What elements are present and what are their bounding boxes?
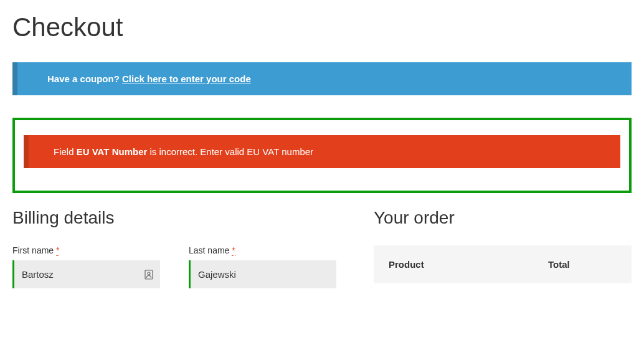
svg-point-1: [148, 272, 150, 275]
error-highlight-box: Field EU VAT Number is incorrect. Enter …: [12, 118, 632, 193]
last-name-field[interactable]: [191, 260, 336, 288]
last-name-group: Last name *: [189, 245, 336, 288]
page-title: Checkout: [12, 12, 632, 42]
order-header-total: Total: [548, 259, 617, 270]
last-name-label-text: Last name: [189, 245, 229, 255]
coupon-prompt: Have a coupon?: [47, 73, 120, 84]
error-notice: Field EU VAT Number is incorrect. Enter …: [24, 135, 620, 168]
first-name-label: First name *: [12, 245, 160, 255]
order-header-row: Product Total: [389, 259, 617, 270]
coupon-notice: Have a coupon? Click here to enter your …: [12, 62, 632, 95]
required-asterisk: *: [56, 245, 59, 256]
order-title: Your order: [374, 208, 632, 228]
last-name-label: Last name *: [189, 245, 336, 255]
error-field-name: EU VAT Number: [77, 146, 148, 157]
coupon-link[interactable]: Click here to enter your code: [122, 73, 251, 84]
autofill-icon[interactable]: [144, 270, 154, 280]
required-asterisk: *: [232, 245, 235, 256]
error-message: is incorrect. Enter valid EU VAT number: [147, 146, 313, 157]
first-name-label-text: First name: [12, 245, 54, 255]
billing-title: Billing details: [12, 208, 336, 228]
first-name-group: First name *: [12, 245, 160, 288]
order-table: Product Total: [374, 245, 632, 283]
order-header-product: Product: [389, 259, 548, 270]
error-prefix: Field: [54, 146, 77, 157]
first-name-field[interactable]: [14, 260, 160, 288]
